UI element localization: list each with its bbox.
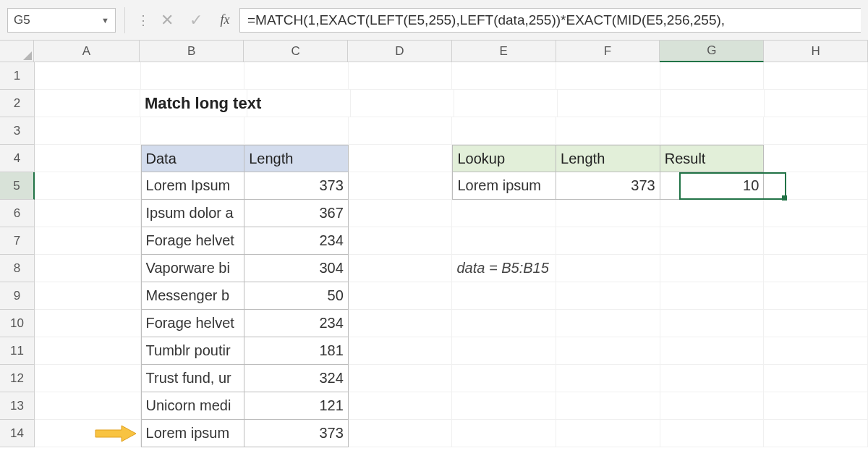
cell[interactable]: [247, 90, 351, 117]
cell[interactable]: [556, 365, 660, 392]
cell[interactable]: [452, 392, 556, 420]
col-header-G[interactable]: G: [660, 41, 764, 62]
table-cell[interactable]: 367: [244, 200, 349, 227]
cell[interactable]: [660, 310, 765, 337]
cell[interactable]: [35, 117, 141, 145]
cell[interactable]: [349, 310, 453, 337]
cell[interactable]: [661, 90, 765, 117]
row-header-5[interactable]: 5: [0, 172, 35, 200]
col-header-B[interactable]: B: [140, 41, 244, 62]
col-header-F[interactable]: F: [556, 41, 660, 62]
col-header-E[interactable]: E: [452, 41, 556, 62]
row-header-4[interactable]: 4: [0, 145, 35, 172]
table-cell[interactable]: Forage helvet: [141, 227, 245, 255]
cell[interactable]: [35, 172, 141, 200]
cell[interactable]: [764, 117, 868, 145]
cell[interactable]: [452, 282, 556, 310]
table-cell[interactable]: 373: [244, 420, 349, 447]
cell[interactable]: [35, 365, 141, 392]
table-cell[interactable]: 181: [244, 337, 349, 365]
cell[interactable]: [349, 420, 453, 447]
cell[interactable]: [349, 255, 453, 282]
cell[interactable]: [452, 227, 556, 255]
table-cell[interactable]: 50: [244, 282, 349, 310]
cell[interactable]: [452, 62, 556, 90]
cell[interactable]: [141, 117, 245, 145]
table-cell[interactable]: Vaporware bi: [141, 255, 245, 282]
cell[interactable]: [660, 255, 765, 282]
table-cell[interactable]: Lorem Ipsum: [141, 172, 245, 200]
cell[interactable]: [452, 310, 556, 337]
cell[interactable]: [660, 200, 765, 227]
cell[interactable]: [660, 62, 765, 90]
row-header-10[interactable]: 10: [0, 310, 35, 337]
formula-input[interactable]: =MATCH(1,EXACT(LEFT(E5,255),LEFT(data,25…: [239, 8, 861, 33]
table-header[interactable]: Length: [244, 145, 349, 172]
cell[interactable]: [660, 392, 765, 420]
cell[interactable]: [660, 337, 765, 365]
cell[interactable]: [349, 145, 453, 172]
row-header-9[interactable]: 9: [0, 282, 35, 310]
table-header[interactable]: Data: [141, 145, 245, 172]
cell[interactable]: [764, 337, 868, 365]
table-cell[interactable]: Trust fund, ur: [141, 365, 245, 392]
row-header-7[interactable]: 7: [0, 227, 35, 255]
cell[interactable]: [35, 227, 141, 255]
table-header[interactable]: Length: [556, 145, 660, 172]
cell[interactable]: [35, 392, 141, 420]
cell[interactable]: [764, 145, 868, 172]
cell[interactable]: [349, 62, 453, 90]
cell[interactable]: [349, 117, 453, 145]
cell[interactable]: [349, 227, 453, 255]
cell[interactable]: [556, 310, 660, 337]
length-cell[interactable]: 373: [556, 172, 660, 200]
cell[interactable]: [35, 282, 141, 310]
cell[interactable]: [452, 420, 556, 447]
row-header-12[interactable]: 12: [0, 365, 35, 392]
row-header-13[interactable]: 13: [0, 392, 35, 420]
cell[interactable]: [556, 200, 660, 227]
cell[interactable]: [660, 365, 765, 392]
table-cell[interactable]: 121: [244, 392, 349, 420]
cell[interactable]: [764, 200, 868, 227]
fx-icon[interactable]: fx: [210, 12, 239, 28]
select-all-corner[interactable]: [0, 41, 34, 62]
cell[interactable]: [349, 282, 453, 310]
cell[interactable]: [764, 365, 868, 392]
cell[interactable]: [349, 392, 453, 420]
cell[interactable]: [556, 227, 660, 255]
cell[interactable]: [660, 117, 765, 145]
table-cell[interactable]: 324: [244, 365, 349, 392]
cell[interactable]: [764, 62, 868, 90]
cell[interactable]: [764, 172, 868, 200]
cell[interactable]: [351, 90, 454, 117]
cell[interactable]: [452, 200, 556, 227]
col-header-C[interactable]: C: [244, 41, 348, 62]
cell[interactable]: [349, 365, 453, 392]
row-header-3[interactable]: 3: [0, 117, 35, 145]
cell[interactable]: [764, 310, 868, 337]
result-cell[interactable]: 10: [660, 172, 765, 200]
cell[interactable]: [35, 337, 141, 365]
table-cell[interactable]: Forage helvet: [141, 310, 245, 337]
cell[interactable]: [556, 117, 660, 145]
row-header-1[interactable]: 1: [0, 62, 35, 90]
table-cell[interactable]: Ipsum dolor a: [141, 200, 245, 227]
cell[interactable]: [764, 392, 868, 420]
cell[interactable]: [764, 255, 868, 282]
table-header[interactable]: Lookup: [452, 145, 556, 172]
lookup-cell[interactable]: Lorem ipsum: [452, 172, 556, 200]
cell[interactable]: [556, 62, 660, 90]
page-title[interactable]: Match long text: [140, 90, 247, 117]
col-header-H[interactable]: H: [764, 41, 868, 62]
cell[interactable]: [452, 117, 556, 145]
cell[interactable]: [349, 337, 453, 365]
cell[interactable]: [556, 392, 660, 420]
cell[interactable]: [764, 420, 868, 447]
cell[interactable]: [558, 90, 661, 117]
cell[interactable]: [452, 365, 556, 392]
table-cell[interactable]: 234: [244, 227, 349, 255]
cell[interactable]: [764, 282, 868, 310]
table-cell[interactable]: Lorem ipsum: [141, 420, 245, 447]
table-cell[interactable]: Tumblr poutir: [141, 337, 245, 365]
